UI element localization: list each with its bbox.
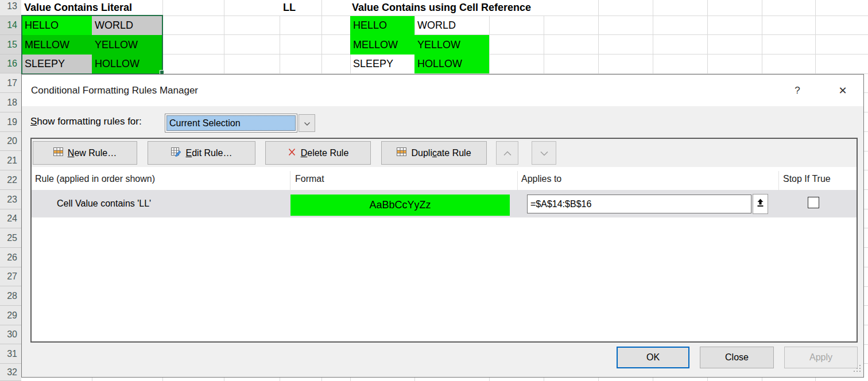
cell-a16[interactable]: SLEEPY: [22, 55, 92, 73]
move-rule-up-button[interactable]: [496, 141, 518, 165]
cell-right-sleepy[interactable]: SLEEPY: [350, 55, 414, 73]
row-header-25[interactable]: 25: [0, 228, 21, 248]
help-button[interactable]: ?: [789, 83, 805, 99]
rule-format-preview: AaBbCcYyZz: [290, 195, 510, 216]
cell-right-hollow[interactable]: HOLLOW: [414, 55, 489, 73]
row-header-14[interactable]: 14: [0, 16, 21, 35]
delete-rule-label: Delete Rule: [301, 148, 349, 158]
edit-rule-button[interactable]: Edit Rule…: [148, 141, 255, 165]
cell-b15[interactable]: YELLOW: [92, 35, 162, 55]
rules-scope-selected-text: Current Selection: [166, 115, 296, 131]
chevron-up-icon: [503, 148, 512, 158]
rules-scope-dropdown-button[interactable]: [299, 114, 315, 132]
cell-right-yellow[interactable]: YELLOW: [414, 35, 489, 55]
ok-button[interactable]: OK: [617, 347, 689, 368]
cell-ll-label[interactable]: LL: [280, 0, 321, 15]
new-rule-grid-icon: [53, 147, 63, 158]
row-header-23[interactable]: 23: [0, 190, 21, 209]
stop-if-true-checkbox[interactable]: [808, 197, 819, 208]
rules-scope-value-box[interactable]: Current Selection: [165, 114, 297, 133]
cell-b14[interactable]: WORLD: [92, 16, 162, 35]
column-header-format: Format: [295, 174, 324, 184]
column-header-applies-to: Applies to: [521, 174, 561, 184]
rules-toolbar: New Rule… Edit Rule… Delete Rule Duplica…: [32, 139, 857, 167]
rules-scope-combobox[interactable]: Current Selection: [165, 114, 337, 133]
row-header-13[interactable]: 13: [0, 0, 21, 16]
cell-right-world[interactable]: WORLD: [414, 16, 489, 35]
cell-right-mellow[interactable]: MELLOW: [350, 35, 414, 55]
column-separator: [290, 171, 290, 190]
delete-rule-x-icon: [288, 148, 296, 158]
cell-cellref-title[interactable]: Value Contains using Cell Reference: [350, 0, 557, 15]
delete-rule-button[interactable]: Delete Rule: [265, 141, 371, 165]
row-header-31[interactable]: 31: [0, 344, 21, 364]
cell-b16[interactable]: HOLLOW: [92, 55, 162, 73]
row-header-32[interactable]: 32: [0, 364, 21, 381]
close-button[interactable]: Close: [700, 347, 774, 368]
cell-a14[interactable]: HELLO: [22, 16, 92, 35]
duplicate-rule-button[interactable]: Duplicate Rule: [381, 141, 487, 165]
chevron-down-icon: [304, 118, 311, 129]
resize-grip[interactable]: [853, 365, 861, 375]
row-header-20[interactable]: 20: [0, 132, 21, 151]
cell-a13-literal-title[interactable]: Value Contains Literal: [22, 0, 162, 15]
row-header-19[interactable]: 19: [0, 112, 21, 132]
collapse-dialog-button[interactable]: [753, 194, 768, 214]
applies-to-input[interactable]: [527, 195, 751, 213]
row-header-30[interactable]: 30: [0, 325, 21, 344]
rule-row-selected[interactable]: Cell Value contains 'LL' AaBbCcYyZz: [32, 190, 857, 217]
row-header-29[interactable]: 29: [0, 306, 21, 325]
close-dialog-button[interactable]: ✕: [835, 83, 851, 99]
row-header-28[interactable]: 28: [0, 286, 21, 306]
new-rule-label: New Rule…: [68, 148, 117, 158]
dialog-title: Conditional Formatting Rules Manager: [31, 85, 198, 96]
collapse-range-arrow-icon: [757, 199, 764, 209]
column-separator: [517, 171, 518, 190]
new-rule-button[interactable]: New Rule…: [33, 141, 137, 165]
rule-description: Cell Value contains 'LL': [57, 190, 151, 217]
dialog-titlebar[interactable]: Conditional Formatting Rules Manager ? ✕: [22, 75, 863, 106]
row-header-16[interactable]: 16: [0, 55, 21, 73]
rules-panel: New Rule… Edit Rule… Delete Rule Duplica…: [30, 138, 858, 343]
row-header-26[interactable]: 26: [0, 248, 21, 267]
edit-rule-pencil-icon: [171, 147, 181, 159]
move-rule-down-button[interactable]: [532, 141, 556, 165]
cf-rules-manager-dialog: Conditional Formatting Rules Manager ? ✕…: [21, 74, 864, 378]
edit-rule-label: Edit Rule…: [186, 148, 232, 158]
duplicate-rule-label: Duplicate Rule: [411, 148, 471, 158]
chevron-down-icon: [540, 148, 549, 158]
show-rules-label: Show formatting rules for:: [30, 116, 142, 127]
row-header-22[interactable]: 22: [0, 170, 21, 190]
cell-a15[interactable]: MELLOW: [22, 35, 92, 55]
cell-right-hello[interactable]: HELLO: [350, 16, 414, 35]
row-header-15[interactable]: 15: [0, 35, 21, 55]
column-header-rule: Rule (applied in order shown): [35, 174, 155, 184]
apply-button[interactable]: Apply: [784, 347, 858, 368]
column-separator: [778, 171, 779, 190]
column-header-stop-if-true: Stop If True: [783, 174, 831, 184]
row-header-27[interactable]: 27: [0, 267, 21, 286]
row-header-18[interactable]: 18: [0, 93, 21, 112]
duplicate-rule-grid-icon: [397, 147, 406, 158]
row-header-24[interactable]: 24: [0, 209, 21, 228]
row-header-17[interactable]: 17: [0, 74, 21, 93]
row-header-21[interactable]: 21: [0, 151, 21, 170]
